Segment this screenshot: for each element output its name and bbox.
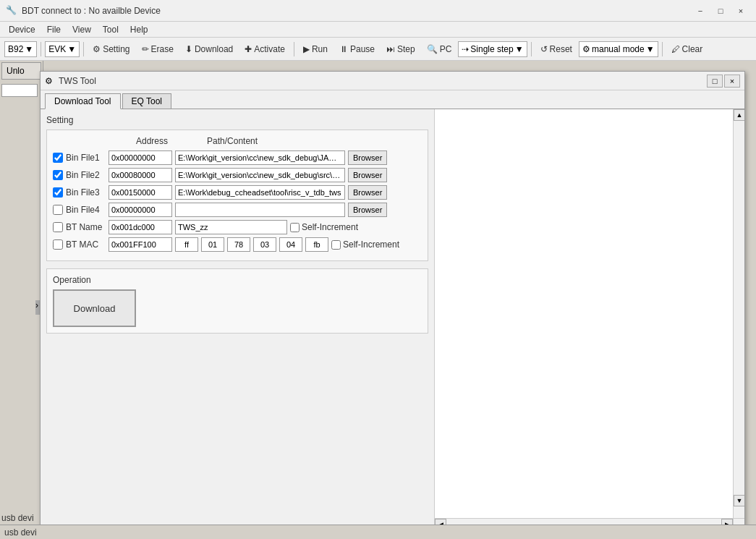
bin1-browser-button[interactable]: Browser [348, 150, 387, 165]
bt-name-self-inc-checkbox[interactable] [290, 223, 300, 232]
tws-controls: □ × [707, 75, 740, 88]
bt-name-address[interactable] [109, 220, 172, 234]
b92-dropdown[interactable]: B92 ▼ [4, 41, 37, 57]
reset-button[interactable]: ↺ Reset [535, 41, 577, 58]
b92-dropdown-arrow: ▼ [25, 44, 33, 54]
tws-window: ⚙ TWS Tool □ × Download Tool EQ Tool Set… [40, 71, 745, 530]
menu-tool[interactable]: Tool [97, 23, 124, 36]
bin3-browser-button[interactable]: Browser [348, 185, 387, 200]
bin2-address[interactable] [109, 168, 172, 182]
left-status: usb devi [0, 512, 43, 525]
menu-bar: Device File View Tool Help [0, 22, 756, 38]
setting-section-label: Setting [46, 115, 428, 125]
bin2-browser-button[interactable]: Browser [348, 168, 387, 182]
bt-mac-self-inc-checkbox[interactable] [331, 240, 341, 250]
single-step-arrow: ▼ [515, 44, 524, 54]
evk-dropdown[interactable]: EVK ▼ [45, 41, 80, 57]
tws-maximize-button[interactable]: □ [707, 75, 723, 88]
bt-name-value[interactable] [175, 220, 287, 234]
log-scrollbar-vertical[interactable]: ▲ ▼ [733, 109, 744, 518]
tab-download-tool[interactable]: Download Tool [45, 93, 121, 109]
menu-help[interactable]: Help [124, 23, 154, 36]
tabs-bar: Download Tool EQ Tool [41, 90, 744, 109]
manual-mode-icon: ⚙ [582, 44, 590, 54]
main-area: Unlo › usb devi ⚙ TWS Tool □ × Download … [0, 61, 756, 539]
bt-mac-field-1[interactable] [175, 237, 198, 252]
bin4-path[interactable] [175, 203, 345, 217]
bt-mac-checkbox[interactable] [53, 239, 63, 250]
log-panel: ▲ ▼ ◀ ▶ [435, 109, 744, 530]
activate-button[interactable]: ✚ Activate [239, 41, 290, 58]
pc-button[interactable]: 🔍 PC [422, 41, 457, 58]
step-button[interactable]: ⏭ Step [381, 41, 420, 58]
tws-icon: ⚙ [45, 76, 55, 86]
bin3-address[interactable] [109, 185, 172, 200]
operation-label: Operation [53, 275, 422, 285]
bin3-path[interactable] [175, 185, 345, 200]
bin2-checkbox[interactable] [53, 170, 63, 180]
run-button[interactable]: ▶ Run [298, 41, 333, 58]
minimize-button[interactable]: − [691, 4, 710, 18]
bt-mac-field-2[interactable] [201, 237, 224, 252]
close-button[interactable]: × [731, 4, 750, 18]
menu-view[interactable]: View [67, 23, 97, 36]
bin2-label: Bin File2 [66, 170, 106, 180]
bin4-browser-button[interactable]: Browser [348, 203, 387, 217]
run-label: Run [312, 44, 328, 54]
clear-label: Clear [682, 44, 703, 54]
clear-button[interactable]: 🖊 Clear [666, 41, 708, 58]
bt-mac-address[interactable] [109, 237, 172, 252]
download-label: Download [195, 44, 233, 54]
tab-eq-tool[interactable]: EQ Tool [122, 93, 171, 109]
left-tab[interactable]: Unlo [1, 62, 41, 80]
scroll-down-arrow[interactable]: ▼ [734, 495, 744, 506]
bt-name-checkbox[interactable] [53, 222, 63, 232]
menu-device[interactable]: Device [3, 23, 41, 36]
setting-button[interactable]: ⚙ Setting [88, 41, 135, 58]
bt-mac-field-5[interactable] [279, 237, 302, 252]
pause-button[interactable]: ⏸ Pause [334, 41, 380, 58]
bin4-checkbox[interactable] [53, 205, 63, 215]
clear-icon: 🖊 [671, 44, 680, 54]
bt-mac-row: BT MAC Self-Increment [53, 237, 422, 252]
bt-mac-field-6[interactable] [305, 237, 328, 252]
tab-eq-tool-label: EQ Tool [132, 96, 162, 106]
tws-close-button[interactable]: × [724, 75, 740, 88]
erase-button[interactable]: ✏ Erase [137, 41, 179, 58]
app-title: BDT connect to : No availble Device [22, 6, 691, 16]
download-button[interactable]: ⬇ Download [180, 41, 238, 58]
manual-mode-arrow: ▼ [646, 44, 655, 54]
bt-mac-label: BT MAC [66, 239, 106, 250]
form-panel: Setting Address Path/Content Bin File1 [41, 109, 435, 530]
pause-icon: ⏸ [339, 44, 348, 54]
menu-file[interactable]: File [41, 23, 67, 36]
single-step-dropdown[interactable]: ⇢ Single step ▼ [458, 41, 527, 57]
evk-label: EVK [48, 44, 66, 54]
bt-mac-field-4[interactable] [253, 237, 276, 252]
manual-mode-dropdown[interactable]: ⚙ manual mode ▼ [579, 41, 658, 57]
main-download-button[interactable]: Download [53, 289, 136, 327]
maximize-button[interactable]: □ [711, 4, 730, 18]
window-controls: − □ × [691, 4, 750, 18]
bin-file-4-row: Bin File4 Browser [53, 203, 422, 217]
path-col-header: Path/Content [207, 136, 258, 146]
bin1-address[interactable] [109, 150, 172, 165]
scroll-up-arrow[interactable]: ▲ [734, 109, 744, 121]
toolbar-sep-5 [662, 42, 663, 56]
toolbar-sep-1 [41, 42, 41, 56]
erase-label: Erase [151, 44, 174, 54]
toolbar-sep-3 [294, 42, 294, 56]
bin2-path[interactable] [175, 168, 345, 182]
bin4-address[interactable] [109, 203, 172, 217]
bin1-path[interactable] [175, 150, 345, 165]
bin3-checkbox[interactable] [53, 187, 63, 198]
bt-mac-field-3[interactable] [227, 237, 250, 252]
bin1-checkbox[interactable] [53, 153, 63, 163]
status-text: usb devi [4, 527, 37, 538]
tab-download-tool-label: Download Tool [54, 96, 111, 106]
app-icon: 🔧 [6, 5, 17, 17]
bt-name-self-increment: Self-Increment [290, 222, 358, 232]
left-input[interactable] [1, 84, 38, 97]
bin-file-2-row: Bin File2 Browser [53, 168, 422, 182]
bin-file-1-row: Bin File1 Browser [53, 150, 422, 165]
